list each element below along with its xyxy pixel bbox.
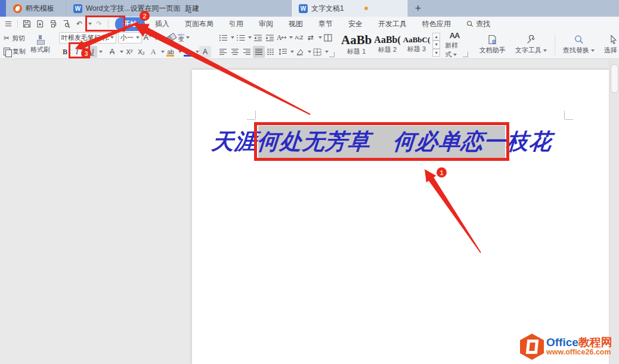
- menu-search[interactable]: 查找: [459, 19, 498, 29]
- cut-button[interactable]: ✂剪切: [2, 33, 27, 43]
- menu-tab-references[interactable]: 引用: [221, 19, 251, 29]
- styles-dialog-launcher-icon[interactable]: [463, 52, 468, 57]
- menu-tab-review[interactable]: 审阅: [251, 19, 281, 29]
- decrease-indent-button[interactable]: [252, 32, 264, 43]
- align-right-button[interactable]: [241, 46, 253, 58]
- superscript-button[interactable]: X²: [123, 46, 135, 58]
- show-marks-button[interactable]: ⇄: [305, 32, 317, 43]
- font-name-select[interactable]: 叶根友毛笔行书2.(: [59, 32, 116, 43]
- underline-dropdown-icon[interactable]: [99, 51, 103, 53]
- grow-font-button[interactable]: A⁺: [142, 32, 154, 43]
- menu-tab-view[interactable]: 视图: [281, 19, 311, 29]
- bullet-list-button[interactable]: [217, 32, 229, 43]
- text-tool-dropdown-icon: [543, 49, 547, 52]
- align-left-button[interactable]: [217, 46, 229, 58]
- shading-button[interactable]: [294, 46, 306, 58]
- borders-button[interactable]: [311, 46, 323, 58]
- output-pdf-icon[interactable]: [34, 18, 46, 29]
- unsaved-indicator-dot: [364, 7, 368, 10]
- tools-group: 文档助手 文字工具 查找替换 选择: [472, 31, 619, 58]
- doc-assistant-button[interactable]: 文档助手: [476, 35, 509, 55]
- tab-docer-templates[interactable]: 稻壳模板: [6, 0, 66, 17]
- selected-text-line[interactable]: 天涯何处无芳草 何必单恋一枝花: [258, 126, 505, 158]
- style-heading2[interactable]: AaBb(标题 2: [373, 32, 401, 58]
- scrollbar-thumb[interactable]: [611, 64, 618, 93]
- divider: [555, 34, 555, 55]
- borders-dropdown-icon[interactable]: [325, 51, 329, 53]
- eraser-icon: [166, 33, 177, 42]
- select-button[interactable]: 选择: [601, 35, 619, 55]
- margin-mark: [255, 111, 256, 119]
- underline-button[interactable]: U: [85, 46, 97, 58]
- clear-format-button[interactable]: [166, 32, 178, 43]
- divider: [17, 20, 18, 28]
- clipboard-group: ✂剪切 复制 格式刷: [0, 31, 55, 58]
- style-heading3[interactable]: AaBbC(标题 3: [403, 32, 431, 58]
- highlight-color-button[interactable]: ab: [165, 46, 177, 58]
- document-page[interactable]: [192, 70, 609, 364]
- pinyin-guide-button[interactable]: wén变: [178, 32, 190, 43]
- style-scroll-down-icon[interactable]: ▼: [432, 41, 440, 48]
- menu-tab-home[interactable]: 开始: [115, 17, 145, 31]
- align-center-button[interactable]: [229, 46, 241, 58]
- bold-button[interactable]: B: [59, 46, 71, 58]
- format-painter-button[interactable]: 格式刷: [27, 35, 53, 54]
- undo-icon[interactable]: ↶: [73, 18, 85, 29]
- new-style-icon: AA: [450, 31, 460, 40]
- new-tab-button[interactable]: +: [408, 0, 428, 17]
- style-heading1[interactable]: AaBb标题 1: [341, 32, 372, 58]
- text-tool-button[interactable]: 文字工具: [512, 35, 550, 55]
- undo-dropdown-icon[interactable]: [88, 23, 92, 25]
- find-replace-button[interactable]: 查找替换: [560, 35, 598, 55]
- font-size-select[interactable]: 小一: [118, 32, 142, 43]
- print-preview-icon[interactable]: [60, 18, 72, 29]
- redo-icon[interactable]: ↷: [93, 18, 105, 29]
- highlight-color-bar: [166, 55, 174, 57]
- paragraph-group: A A↓Z ⇄: [215, 31, 336, 58]
- style-scroll-up-icon[interactable]: ▲: [432, 33, 440, 41]
- shrink-font-button[interactable]: A⁻: [154, 32, 166, 43]
- menu-tab-special-apps[interactable]: 特色应用: [414, 19, 459, 29]
- line-spacing-button[interactable]: [277, 46, 289, 58]
- menu-tab-insert[interactable]: 插入: [147, 19, 177, 29]
- find-replace-dropdown-icon: [591, 49, 595, 52]
- chevron-down-icon: [110, 36, 114, 39]
- scissors-icon: ✂: [4, 34, 10, 42]
- columns-button[interactable]: [322, 32, 334, 43]
- increase-indent-button[interactable]: [264, 32, 276, 43]
- office-tutorial-logo: [520, 334, 544, 360]
- save-icon[interactable]: [21, 18, 33, 29]
- numbered-list-button[interactable]: [234, 32, 246, 43]
- copy-button[interactable]: 复制: [2, 46, 27, 57]
- sort-button[interactable]: A↓Z: [293, 32, 305, 43]
- chevron-down-icon: [186, 36, 190, 39]
- char-scale-button[interactable]: A: [276, 32, 287, 43]
- tab-current-document[interactable]: W 文字文稿1: [292, 0, 408, 17]
- file-menu-icon[interactable]: [2, 18, 14, 29]
- char-shading-button[interactable]: A: [199, 46, 211, 58]
- vertical-scrollbar[interactable]: [609, 60, 619, 364]
- chevron-down-icon: [136, 36, 140, 39]
- menu-tab-section[interactable]: 章节: [311, 19, 341, 29]
- print-icon[interactable]: [47, 18, 59, 29]
- divider: [108, 20, 109, 28]
- subscript-button[interactable]: X₂: [135, 46, 147, 58]
- justify-button[interactable]: [253, 46, 265, 58]
- style-gallery-more-icon[interactable]: ▼: [432, 49, 440, 57]
- magnifier-icon: [574, 35, 584, 45]
- tab-new[interactable]: 新建: [178, 0, 292, 17]
- copy-icon: [4, 48, 10, 55]
- tab-word-document[interactable]: W Word文字技...设置在同一页面: [66, 0, 178, 17]
- menu-tab-page-layout[interactable]: 页面布局: [177, 19, 221, 29]
- text-effects-button[interactable]: A: [147, 46, 159, 58]
- distribute-button[interactable]: [265, 46, 277, 58]
- margin-mark: [565, 119, 573, 120]
- menu-tab-dev-tools[interactable]: 开发工具: [370, 19, 414, 29]
- pinyin-icon: wén变: [178, 33, 184, 42]
- italic-button[interactable]: I: [71, 46, 83, 58]
- strikethrough-button[interactable]: A: [106, 46, 118, 58]
- font-color-button[interactable]: A: [182, 46, 194, 58]
- document-workspace: [0, 60, 619, 364]
- menu-tab-security[interactable]: 安全: [341, 19, 370, 29]
- paragraph-dialog-launcher-icon[interactable]: [329, 52, 335, 57]
